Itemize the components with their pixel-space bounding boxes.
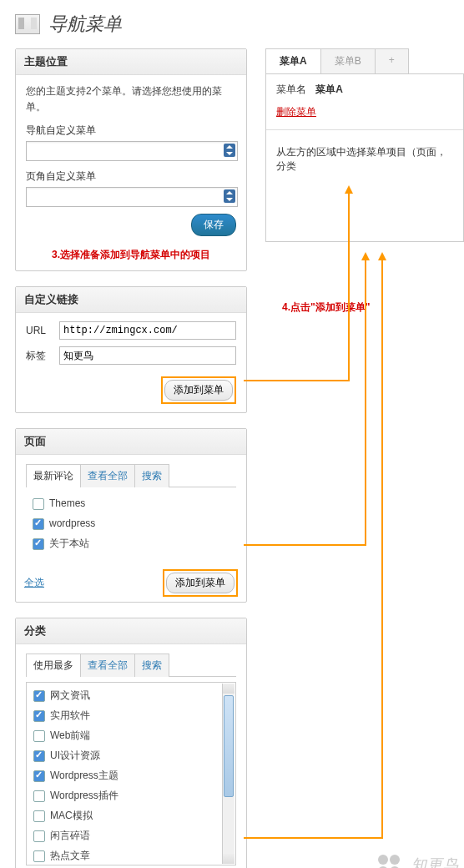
watermark-text: 知更鸟 <box>411 856 459 868</box>
item-label: Web前端 <box>50 730 90 742</box>
item-checkbox[interactable] <box>33 730 45 742</box>
panel-custom-link-title: 自定义链接 <box>16 287 246 313</box>
item-label: 热点文章 <box>50 850 90 862</box>
theme-location-desc: 您的主题支持2个菜单。请选择您想使用的菜单。 <box>26 83 236 115</box>
linklabel-label: 标签 <box>26 349 59 363</box>
linklabel-input[interactable] <box>59 346 236 365</box>
watermark-logo-icon <box>376 853 401 868</box>
panel-custom-link: 自定义链接 URL 标签 添加到菜单 <box>15 286 247 413</box>
list-item: 闲言碎语 <box>30 826 232 846</box>
menu-editor-description: 从左方的区域中选择菜单项目（页面，分类 <box>276 145 453 174</box>
item-label: Wordpress插件 <box>50 790 119 802</box>
pages-select-all-link[interactable]: 全选 <box>24 576 44 590</box>
panel-categories: 分类 使用最多查看全部搜索 网文资讯实用软件Web前端UI设计资源Wordpre… <box>15 618 247 868</box>
menu-name-label: 菜单名 <box>276 83 306 95</box>
page-title-text: 导航菜单 <box>48 12 122 37</box>
item-checkbox[interactable] <box>33 538 44 550</box>
menu-tab[interactable]: 菜单A <box>265 48 321 73</box>
list-item: 实用软件 <box>30 706 232 726</box>
url-input[interactable] <box>59 321 236 340</box>
item-checkbox[interactable] <box>33 770 45 782</box>
item-label: 关于本站 <box>49 538 89 550</box>
tab[interactable]: 搜索 <box>134 654 169 677</box>
item-checkbox[interactable] <box>33 498 44 510</box>
categories-checklist: 网文资讯实用软件Web前端UI设计资源Wordpress主题Wordpress插… <box>26 682 236 865</box>
item-checkbox[interactable] <box>33 750 45 762</box>
list-item: UI设计资源 <box>30 746 232 766</box>
panel-theme-location: 主题位置 您的主题支持2个菜单。请选择您想使用的菜单。 导航自定义菜单 页角自定… <box>15 48 247 271</box>
list-item: 热点文章 <box>30 846 232 865</box>
add-to-menu-button[interactable]: 添加到菜单 <box>166 573 235 593</box>
list-item: Wordpress主题 <box>30 766 232 786</box>
spinner-icon <box>224 144 235 157</box>
spinner-icon <box>224 189 235 203</box>
panel-pages-title: 页面 <box>16 429 246 455</box>
list-item: MAC模拟 <box>30 806 232 826</box>
menu-name-value: 菜单A <box>315 83 343 95</box>
tab[interactable]: 最新评论 <box>26 464 81 487</box>
tab[interactable]: 搜索 <box>134 464 169 487</box>
menu-tab[interactable]: 菜单B <box>320 48 376 73</box>
annotation-step-4: 4.点击"添加到菜单" <box>282 300 464 315</box>
save-button[interactable]: 保存 <box>191 214 236 236</box>
item-label: 实用软件 <box>50 710 90 722</box>
menu-tabs: 菜单A菜单B+ <box>265 48 464 73</box>
list-item: 关于本站 <box>29 534 233 554</box>
item-label: wordpress <box>49 518 95 530</box>
panel-pages: 页面 最新评论查看全部搜索 Themeswordpress关于本站 全选 添加到… <box>15 428 247 603</box>
item-label: Themes <box>49 498 85 510</box>
tab[interactable]: 使用最多 <box>26 654 81 677</box>
scroll-thumb[interactable] <box>224 695 234 797</box>
add-menu-tab[interactable]: + <box>375 48 409 73</box>
nav-menu-label: 导航自定义菜单 <box>26 124 236 138</box>
tab[interactable]: 查看全部 <box>80 654 135 677</box>
panel-categories-title: 分类 <box>16 618 246 644</box>
watermark: 知更鸟 zmingcx.com <box>376 853 459 868</box>
item-checkbox[interactable] <box>33 850 45 862</box>
menu-editor-box: 菜单名 菜单A 删除菜单 从左方的区域中选择菜单项目（页面，分类 <box>265 73 464 242</box>
pages-checklist: Themeswordpress关于本站 <box>26 492 236 556</box>
list-item: Themes <box>29 494 233 514</box>
add-to-menu-highlight: 添加到菜单 <box>163 569 238 597</box>
add-to-menu-highlight: 添加到菜单 <box>161 376 236 404</box>
list-item: wordpress <box>29 514 233 534</box>
item-label: UI设计资源 <box>50 750 100 762</box>
scroll-down-button[interactable] <box>223 854 235 864</box>
nav-menu-select[interactable] <box>26 141 238 161</box>
item-checkbox[interactable] <box>33 830 45 842</box>
menu-layout-icon <box>15 14 40 34</box>
footer-menu-label: 页角自定义菜单 <box>26 169 236 184</box>
item-checkbox[interactable] <box>33 790 45 802</box>
item-checkbox[interactable] <box>33 518 44 530</box>
footer-menu-select[interactable] <box>26 187 238 207</box>
delete-menu-link[interactable]: 删除菜单 <box>276 106 316 118</box>
page-title: 导航菜单 <box>15 12 464 37</box>
list-item: Web前端 <box>30 726 232 746</box>
url-label: URL <box>26 325 59 336</box>
item-label: 网文资讯 <box>50 690 90 702</box>
panel-theme-location-title: 主题位置 <box>16 49 246 75</box>
scrollbar[interactable] <box>222 684 235 864</box>
item-checkbox[interactable] <box>33 690 45 702</box>
annotation-step-3: 3.选择准备添加到导航菜单中的项目 <box>26 236 236 262</box>
item-checkbox[interactable] <box>33 710 45 722</box>
item-checkbox[interactable] <box>33 810 45 822</box>
item-label: 闲言碎语 <box>50 830 90 842</box>
item-label: MAC模拟 <box>50 810 93 822</box>
item-label: Wordpress主题 <box>50 770 119 782</box>
tab[interactable]: 查看全部 <box>80 464 135 487</box>
pages-tabs: 最新评论查看全部搜索 <box>26 463 236 487</box>
scroll-up-button[interactable] <box>223 684 235 694</box>
categories-tabs: 使用最多查看全部搜索 <box>26 653 236 677</box>
list-item: Wordpress插件 <box>30 786 232 806</box>
list-item: 网文资讯 <box>30 686 232 706</box>
add-to-menu-button[interactable]: 添加到菜单 <box>164 380 233 401</box>
